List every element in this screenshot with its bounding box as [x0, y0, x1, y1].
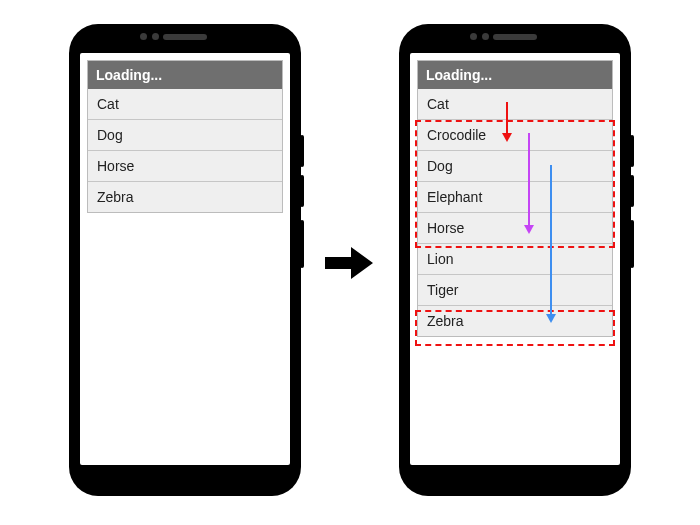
highlight-box [415, 310, 615, 346]
screen-before[interactable]: Loading... Cat Dog Horse Zebra [80, 53, 290, 465]
sensor-dot [482, 33, 489, 40]
sensor-dot [140, 33, 147, 40]
volume-down-button[interactable] [630, 175, 634, 207]
list-item[interactable]: Tiger [418, 275, 612, 306]
speaker-grill [163, 34, 207, 40]
volume-up-button[interactable] [630, 135, 634, 167]
arrowhead-icon [524, 225, 534, 234]
list-item[interactable]: Horse [88, 151, 282, 182]
list-item[interactable]: Dog [88, 120, 282, 151]
speaker-grill [493, 34, 537, 40]
list-item[interactable]: Lion [418, 244, 612, 275]
transition-arrow-icon [325, 245, 373, 281]
panel-title: Loading... [88, 61, 282, 89]
list-item[interactable]: Zebra [88, 182, 282, 212]
panel-title: Loading... [418, 61, 612, 89]
volume-up-button[interactable] [300, 135, 304, 167]
sensor-dot [470, 33, 477, 40]
arrowhead-icon [546, 314, 556, 323]
insert-arrow-blue [550, 165, 552, 315]
list-panel: Loading... Cat Dog Horse Zebra [87, 60, 283, 213]
highlight-box [415, 120, 615, 248]
insert-arrow-magenta [528, 133, 530, 226]
diagram-stage: Loading... Cat Dog Horse Zebra Loading..… [0, 0, 700, 525]
volume-down-button[interactable] [300, 175, 304, 207]
power-button[interactable] [300, 220, 304, 268]
list-item[interactable]: Cat [88, 89, 282, 120]
insert-arrow-red [506, 102, 508, 134]
list-item[interactable]: Cat [418, 89, 612, 120]
phone-after: Loading... Cat Crocodile Dog Elephant Ho… [400, 25, 630, 495]
screen-after[interactable]: Loading... Cat Crocodile Dog Elephant Ho… [410, 53, 620, 465]
phone-before: Loading... Cat Dog Horse Zebra [70, 25, 300, 495]
sensor-dot [152, 33, 159, 40]
arrowhead-icon [502, 133, 512, 142]
power-button[interactable] [630, 220, 634, 268]
